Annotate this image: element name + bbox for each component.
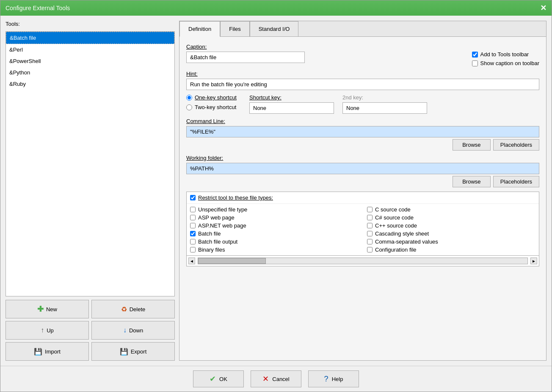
filetype-aspnet: ASP.NET web page <box>190 222 359 230</box>
caption-input[interactable] <box>186 52 305 63</box>
browse-button-1[interactable]: Browse <box>453 139 491 151</box>
one-key-label-text: One-key shortcut <box>195 94 237 101</box>
placeholders-button-1[interactable]: Placeholders <box>493 139 539 151</box>
ok-button[interactable]: ✔ OK <box>193 370 244 387</box>
filetype-cpp: C++ source code <box>367 222 535 230</box>
filetype-unspecified-checkbox[interactable] <box>190 207 196 212</box>
working-folder-buttons: Browse Placeholders <box>186 176 539 187</box>
filetype-css-label: Cascading style sheet <box>375 230 429 237</box>
down-button[interactable]: ↓ Down <box>91 321 175 340</box>
delete-button[interactable]: ♻ Delete <box>91 300 175 318</box>
bottom-bar: ✔ OK ✕ Cancel ? Help <box>0 366 552 392</box>
up-label: Up <box>47 327 54 334</box>
main-content: Tools: &Batch file &Perl &PowerShell &Py… <box>0 16 552 366</box>
filetype-csv-checkbox[interactable] <box>367 239 373 244</box>
new-label: New <box>46 306 57 313</box>
tool-item-ruby[interactable]: &Ruby <box>6 78 174 90</box>
restrict-label: Restrict tool to these file types: <box>198 195 273 201</box>
filetype-binary-label: Binary files <box>198 247 225 253</box>
add-to-toolbar-row: Add to Tools toolbar <box>472 51 539 58</box>
filetype-batch-checkbox[interactable] <box>190 231 196 236</box>
scroll-right-button[interactable]: ► <box>530 258 537 264</box>
scrollbar-row: ◄ ► <box>187 255 539 266</box>
filetype-csharp-checkbox[interactable] <box>367 215 373 220</box>
filetype-config-checkbox[interactable] <box>367 247 373 252</box>
tab-definition[interactable]: Definition <box>179 21 220 37</box>
cancel-label: Cancel <box>272 376 289 382</box>
tab-standard-io[interactable]: Standard I/O <box>250 21 299 37</box>
help-button[interactable]: ? Help <box>308 370 359 387</box>
tabs: Definition Files Standard I/O <box>179 21 546 37</box>
add-to-toolbar-checkbox[interactable] <box>472 52 478 58</box>
placeholders-button-2[interactable]: Placeholders <box>493 176 539 187</box>
one-key-radio[interactable] <box>186 95 192 101</box>
hint-input[interactable] <box>186 79 539 90</box>
command-line-input[interactable] <box>186 126 539 137</box>
tool-item-powershell[interactable]: &PowerShell <box>6 55 174 67</box>
left-buttons: ✚ New ♻ Delete ↑ Up ↓ Down 💾 Import <box>6 300 175 361</box>
filetype-csharp: C# source code <box>367 214 535 222</box>
new-button[interactable]: ✚ New <box>6 300 89 318</box>
left-panel: Tools: &Batch file &Perl &PowerShell &Py… <box>6 21 175 361</box>
working-folder-input[interactable] <box>186 163 539 174</box>
tool-item-batch[interactable]: &Batch file <box>6 32 174 44</box>
two-key-label: Two-key shortcut <box>195 104 236 110</box>
working-folder-group: Working folder: Browse Placeholders <box>186 155 539 187</box>
filetype-asp-checkbox[interactable] <box>190 215 196 220</box>
hint-label: Hint: <box>186 71 539 77</box>
up-button[interactable]: ↑ Up <box>6 321 89 340</box>
second-key-group: 2nd key: <box>342 94 427 114</box>
filetype-aspnet-checkbox[interactable] <box>190 223 196 228</box>
filetypes-grid: Unspecified file type ASP web page ASP.N… <box>187 204 539 255</box>
tool-item-perl[interactable]: &Perl <box>6 44 174 55</box>
filetype-c-checkbox[interactable] <box>367 207 373 212</box>
two-key-label-text: Two-key shortcut <box>195 104 236 110</box>
tools-label: Tools: <box>6 21 175 27</box>
second-key-input[interactable] <box>342 102 427 114</box>
main-window: Configure External Tools ✕ Tools: &Batch… <box>0 0 552 392</box>
filetype-c-label: C source code <box>375 206 411 213</box>
filetype-css-checkbox[interactable] <box>367 231 373 236</box>
down-arrow-icon: ↓ <box>123 326 127 334</box>
filetype-batchout-label: Batch file output <box>198 238 237 245</box>
filetype-cpp-checkbox[interactable] <box>367 223 373 228</box>
caption-label: Caption: <box>186 44 465 50</box>
command-line-group: Command Line: Browse Placeholders <box>186 118 539 151</box>
close-button[interactable]: ✕ <box>540 4 546 12</box>
two-key-radio[interactable] <box>186 104 192 110</box>
scroll-left-button[interactable]: ◄ <box>188 258 195 264</box>
filetype-unspecified: Unspecified file type <box>190 206 359 214</box>
filetype-batch: Batch file <box>190 230 359 238</box>
filetype-batchout-checkbox[interactable] <box>190 239 196 244</box>
show-caption-checkbox[interactable] <box>472 60 478 66</box>
filetype-binary-checkbox[interactable] <box>190 247 196 252</box>
toolbar-options: Add to Tools toolbar Show caption on too… <box>472 51 539 66</box>
second-key-label: 2nd key: <box>342 94 427 101</box>
cancel-button[interactable]: ✕ Cancel <box>251 370 301 387</box>
show-caption-row: Show caption on toolbar <box>472 60 539 66</box>
working-folder-label: Working folder: <box>186 155 539 161</box>
filetype-config: Configuration file <box>367 246 535 254</box>
one-key-label: One-key shortcut <box>195 94 237 101</box>
filetypes-right: C source code C# source code C++ source … <box>367 206 535 254</box>
titlebar: Configure External Tools ✕ <box>0 0 552 16</box>
filetype-asp-label: ASP web page <box>198 214 235 221</box>
shortcut-key-label: Shortcut key: <box>249 94 334 101</box>
shortcut-key-input[interactable] <box>249 102 334 114</box>
import-icon: 💾 <box>34 348 42 356</box>
filetypes-header: Restrict tool to these file types: <box>187 192 539 204</box>
scrollbar-track[interactable] <box>198 258 528 264</box>
shortcut-key-label-text: Shortcut key: <box>249 94 282 101</box>
filetype-batch-label: Batch file <box>198 230 221 237</box>
tab-files-label: Files <box>229 26 240 32</box>
tool-item-python[interactable]: &Python <box>6 67 174 78</box>
export-label: Export <box>131 348 147 355</box>
one-key-row: One-key shortcut <box>186 94 237 101</box>
tab-files[interactable]: Files <box>220 21 249 37</box>
restrict-checkbox[interactable] <box>190 195 196 200</box>
filetype-css: Cascading style sheet <box>367 230 535 238</box>
browse-button-2[interactable]: Browse <box>453 176 491 187</box>
show-caption-label: Show caption on toolbar <box>480 60 539 66</box>
import-button[interactable]: 💾 Import <box>6 342 89 361</box>
export-button[interactable]: 💾 Export <box>91 342 175 361</box>
